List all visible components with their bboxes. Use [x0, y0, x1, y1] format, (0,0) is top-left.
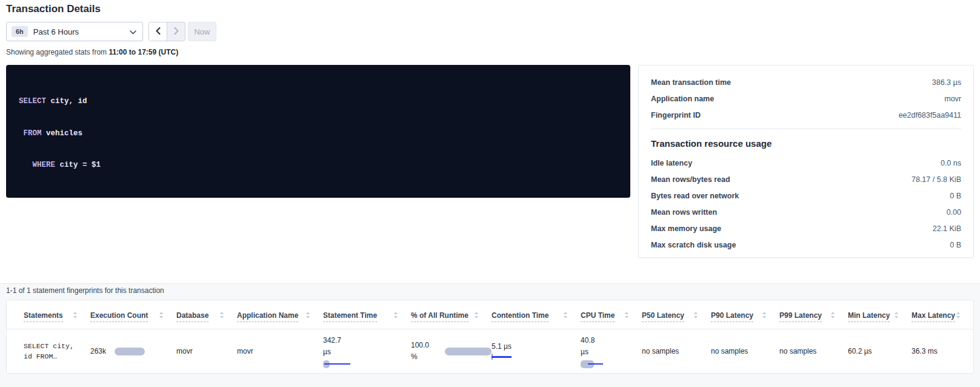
resource-label: Mean rows written [651, 208, 717, 217]
column-header-database[interactable]: Database [176, 312, 237, 322]
sort-arrows-icon[interactable] [564, 312, 567, 318]
summary-label: Application name [651, 95, 714, 103]
resource-value: 0 B [950, 192, 961, 200]
cpu-time-bar [581, 360, 603, 368]
transaction-summary-card: Mean transaction time 386.3 µs Applicati… [638, 65, 974, 258]
statements-count-caption: 1-1 of 1 statement fingerprints for this… [6, 286, 164, 295]
statements-section: 1-1 of 1 statement fingerprints for this… [0, 283, 980, 387]
sort-arrows-icon[interactable] [73, 312, 77, 318]
cell-cpu-time: 40.8 µs [581, 335, 642, 368]
time-range-arrows [148, 22, 185, 41]
cell-application-name: movr [237, 347, 323, 355]
cell-p90-latency: no samples [711, 347, 779, 355]
summary-row-fingerprint-id: Fingerprint ID ee2df683f5aa9411 [651, 107, 961, 123]
column-header-p99-latency[interactable]: P99 Latency [779, 312, 848, 322]
sql-line: SELECT city, id [19, 96, 618, 107]
summary-label: Fingerprint ID [651, 111, 701, 119]
column-header-max-latency[interactable]: Max Latency [912, 312, 973, 322]
sort-arrows-icon[interactable] [306, 312, 310, 318]
cell-min-latency: 60.2 µs [848, 347, 912, 355]
statements-table: Statements Execution Count Database Appl… [6, 300, 974, 374]
column-header-p50-latency[interactable]: P50 Latency [642, 312, 711, 322]
chevron-down-icon [130, 26, 136, 37]
chevron-left-icon [156, 26, 161, 37]
sort-arrows-icon[interactable] [831, 312, 835, 318]
page-title: Transaction Details [6, 3, 101, 15]
resource-label: Idle latency [651, 159, 692, 167]
sql-line: WHERE city = $1 [19, 160, 618, 171]
column-header-pct-of-all-runtime[interactable]: % of All Runtime [411, 312, 492, 322]
cell-execution-count: 263k [90, 347, 176, 355]
time-range-badge: 6h [12, 26, 28, 37]
pct-runtime-bar [445, 348, 492, 355]
time-range-picker[interactable]: 6h Past 6 Hours [6, 22, 143, 41]
column-header-application-name[interactable]: Application Name [237, 312, 323, 322]
statements-table-header: Statements Execution Count Database Appl… [7, 300, 973, 329]
cell-contention-time: 5.1 µs [492, 342, 581, 361]
resource-usage-heading: Transaction resource usage [651, 138, 961, 149]
resource-value: 0.00 [947, 208, 961, 217]
resource-row-max-scratch-disk-usage: Max scratch disk usage 0 B [651, 237, 961, 253]
column-header-min-latency[interactable]: Min Latency [848, 312, 912, 322]
sort-arrows-icon[interactable] [694, 312, 698, 318]
transaction-sql-box: SELECT city, id FROM vehicles WHERE city… [6, 65, 630, 198]
summary-label: Mean transaction time [651, 78, 731, 87]
resource-row-mean-rows-written: Mean rows written 0.00 [651, 204, 961, 220]
resource-label: Max scratch disk usage [651, 241, 736, 249]
statement-time-bar [323, 360, 353, 368]
resource-row-mean-rows-bytes-read: Mean rows/bytes read 78.17 / 5.8 KiB [651, 171, 961, 187]
cell-max-latency: 36.3 ms [912, 347, 973, 355]
resource-value: 22.1 KiB [933, 224, 961, 233]
column-header-statement-time[interactable]: Statement Time [323, 312, 411, 322]
column-header-execution-count[interactable]: Execution Count [90, 312, 176, 322]
sql-line: FROM vehicles [19, 129, 618, 140]
aggregated-stats-caption: Showing aggregated stats from 11:00 to 1… [6, 48, 178, 56]
sort-arrows-icon[interactable] [220, 312, 224, 318]
resource-label: Max memory usage [651, 224, 721, 233]
cell-database: movr [176, 347, 237, 355]
column-header-statements[interactable]: Statements [24, 312, 90, 322]
now-button[interactable]: Now [188, 22, 216, 41]
resource-label: Bytes read over network [651, 192, 739, 200]
column-header-contention-time[interactable]: Contention Time [492, 312, 581, 322]
resource-value: 0 B [950, 241, 961, 249]
sort-arrows-icon[interactable] [625, 312, 628, 318]
aggregated-stats-range: 11:00 to 17:59 (UTC) [108, 48, 178, 56]
transaction-details-page: Transaction Details 6h Past 6 Hours Now … [0, 0, 980, 387]
sort-arrows-icon[interactable] [762, 312, 766, 318]
resource-value: 78.17 / 5.8 KiB [912, 175, 961, 184]
sort-arrows-icon[interactable] [394, 312, 398, 318]
sort-arrows-icon[interactable] [475, 312, 478, 318]
resource-row-idle-latency: Idle latency 0.0 ns [651, 155, 961, 171]
resource-label: Mean rows/bytes read [651, 175, 730, 184]
statement-link[interactable]: SELECT city,id FROM… [24, 341, 74, 362]
sort-arrows-icon[interactable] [956, 312, 960, 318]
summary-row-application-name: Application name movr [651, 90, 961, 107]
summary-value: movr [944, 95, 961, 103]
summary-value: ee2df683f5aa9411 [899, 111, 961, 119]
column-header-p90-latency[interactable]: P90 Latency [711, 312, 779, 322]
resource-row-bytes-read-over-network: Bytes read over network 0 B [651, 187, 961, 204]
sort-arrows-icon[interactable] [895, 312, 898, 318]
execution-count-bar [115, 348, 145, 355]
next-time-range-button[interactable] [167, 22, 185, 41]
resource-row-max-memory-usage: Max memory usage 22.1 KiB [651, 220, 961, 237]
summary-divider [651, 129, 961, 129]
summary-row-mean-transaction-time: Mean transaction time 386.3 µs [651, 74, 961, 90]
statement-table-row: SELECT city,id FROM… 263k movr movr 342.… [7, 329, 973, 373]
cell-statement-time: 342.7 µs [323, 335, 411, 368]
column-header-cpu-time[interactable]: CPU Time [581, 312, 642, 322]
contention-time-bar [492, 353, 512, 361]
cell-p99-latency: no samples [779, 347, 848, 355]
previous-time-range-button[interactable] [149, 22, 167, 41]
resource-value: 0.0 ns [941, 159, 961, 167]
cell-p50-latency: no samples [642, 347, 711, 355]
cell-pct-of-all-runtime: 100.0 % [411, 340, 492, 363]
summary-value: 386.3 µs [932, 78, 961, 87]
cell-statement: SELECT city,id FROM… [24, 341, 90, 362]
time-range-label: Past 6 Hours [33, 27, 130, 36]
sort-arrows-icon[interactable] [159, 312, 163, 318]
chevron-right-icon [174, 26, 179, 37]
